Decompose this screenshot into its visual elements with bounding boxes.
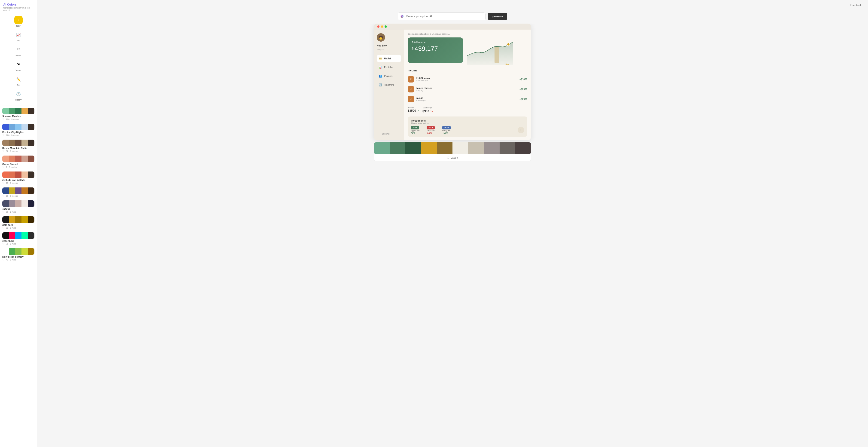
generate-button[interactable]: generate — [488, 13, 507, 20]
investments-subtitle: Change since last login — [411, 122, 524, 124]
views-icon: 👁 — [14, 60, 23, 69]
mockup-nav-wallet[interactable]: 💳 Wallet — [377, 55, 401, 62]
swatch — [2, 172, 9, 178]
heart-icon: ♡ — [2, 134, 4, 137]
mockup-nav-portfolio[interactable]: 📊 Portfolio — [377, 64, 401, 71]
export-icon: ⬚ — [447, 156, 449, 159]
swatch — [15, 187, 22, 194]
mockup-avatar: 🧑 — [377, 33, 385, 41]
mockup-titlebar — [374, 24, 531, 30]
mockup-user-name: Hue Brew — [377, 44, 401, 47]
nav-item-edit[interactable]: ✏️ Edit — [0, 73, 37, 88]
prompt-area: 🔮 generate — [37, 10, 868, 24]
swatch — [22, 155, 28, 162]
swatch — [28, 200, 34, 207]
apple-change: +3% — [411, 132, 415, 134]
palette-name: kelly green primary — [2, 256, 34, 258]
chart-svg: ~ ~ Now — [467, 37, 513, 65]
prompt-input[interactable] — [398, 12, 486, 20]
palette-swatches-kelly-green-primary — [2, 248, 34, 255]
palette-meta: ♡2203 weeks — [2, 134, 34, 137]
mockup-body: 🧑 Hue Brew Designer 💳 Wallet 📊 Portfolio… — [374, 30, 531, 140]
palette-card-summer-meadow[interactable]: Summer Meadow♡1283 weeks — [2, 108, 34, 120]
palette-card-kelly-green-primary[interactable]: kelly green primary♡432 mos — [2, 248, 34, 261]
tx-name-2: James Hudson — [416, 87, 518, 89]
traffic-light-yellow — [381, 25, 383, 28]
palette-card-4a4e69[interactable]: 4a4e69♡862 mos — [2, 200, 34, 213]
palette-card-ee6c4d[interactable]: #ee6c4d and #e0fbfc♡293 weeks — [2, 172, 34, 184]
palette-meta: ♡293 weeks — [2, 195, 34, 197]
nav-item-new[interactable]: ⚡ New — [0, 14, 37, 29]
nav-item-saved[interactable]: ♡ Saved — [0, 44, 37, 58]
mockup-user-role: Designer — [377, 49, 401, 51]
tx-icon-1: K — [408, 76, 414, 83]
heart-icon: ♡ — [2, 195, 4, 197]
palette-card-cyberpunk[interactable]: cyberpunk♡782 mos — [2, 232, 34, 245]
prompt-icon: 🔮 — [400, 14, 404, 18]
palette-meta: ♡293 weeks — [2, 182, 34, 184]
tx-amount-1: +$1000 — [520, 78, 527, 81]
swatch — [9, 248, 15, 255]
mockup-logout[interactable]: → Log Out — [377, 131, 401, 137]
nav-item-views[interactable]: 👁 Views — [0, 58, 37, 73]
palette-card-ocean-sunset[interactable]: Ocean Sunset♡73 weeks — [2, 155, 34, 168]
tx-amount-3: +$6900 — [520, 98, 527, 100]
transfers-icon: 🔄 — [378, 83, 382, 87]
tx-info-3: Jackie 1 week ago — [416, 97, 518, 101]
income-summary-value: $3500 — [408, 109, 416, 112]
palette-age: 3 weeks — [11, 118, 19, 120]
swatch — [28, 108, 34, 114]
sidebar: AI Colors Generate palettes from a text … — [0, 0, 37, 447]
swatch — [15, 140, 22, 146]
top-icon: 📈 — [14, 31, 23, 39]
apple-tag: APPL — [411, 126, 419, 129]
nav-label-saved: Saved — [16, 54, 22, 57]
heart-icon: ♡ — [2, 227, 4, 229]
balance-card: Total balance $ 439,177 — [408, 37, 463, 63]
palette-swatches-ocean-sunset — [2, 155, 34, 162]
mockup-nav-projects[interactable]: 👥 Projects — [377, 72, 401, 80]
app-title: AI Colors — [3, 3, 33, 6]
wallet-label: Wallet — [384, 57, 391, 60]
swatch — [22, 172, 28, 178]
palette-age: 3 weeks — [11, 134, 19, 137]
export-bar[interactable]: ⬚ Export — [374, 154, 531, 161]
palette-card-rustic-mountain-cabin[interactable]: Rustic Mountain Cabin♡323 weeks — [2, 140, 34, 152]
nav-item-history[interactable]: 🕐 History — [0, 88, 37, 103]
tesla-name: Tesla Inc — [427, 129, 435, 132]
investments-header: Investments Change since last login — [411, 119, 524, 124]
income-summary-label: Income — [408, 107, 419, 109]
nav-label-edit: Edit — [17, 84, 20, 86]
palette-likes: 128 — [6, 118, 9, 120]
ebay-name: eBay Inc — [442, 129, 451, 132]
investments-view-button[interactable]: › — [518, 127, 524, 133]
logout-label: Log Out — [382, 133, 390, 135]
heart-icon: ♡ — [2, 150, 4, 152]
app-mockup: 🧑 Hue Brew Designer 💳 Wallet 📊 Portfolio… — [374, 24, 531, 140]
nav-label-new: New — [16, 25, 20, 27]
divider — [2, 105, 34, 106]
swatch — [9, 187, 15, 194]
nav-label-views: Views — [16, 69, 21, 71]
swatch — [2, 248, 9, 255]
income-trend-icon: ↗ — [417, 109, 419, 112]
tx-name-3: Jackie — [416, 97, 518, 99]
spendings-trend-icon: ↘ — [430, 109, 433, 113]
tx-time-2: 4 day ago — [416, 89, 518, 92]
palette-card-unnamed-dark[interactable]: ♡293 weeks — [2, 187, 34, 197]
strip-swatch — [453, 142, 468, 154]
saved-icon: ♡ — [14, 46, 23, 54]
mockup-nav-transfers[interactable]: 🔄 Transfers — [377, 81, 401, 88]
swatch — [28, 248, 34, 255]
palette-card-electric-city-nights[interactable]: Electric City Nights♡2203 weeks — [2, 124, 34, 137]
heart-icon: ♡ — [2, 259, 4, 261]
transfers-label: Transfers — [384, 84, 394, 86]
swatch — [15, 108, 22, 114]
tesla-change: -1.9% — [427, 132, 432, 134]
strip-swatch — [437, 142, 453, 154]
palette-meta: ♡432 mos — [2, 259, 34, 261]
palette-strip-swatches — [374, 142, 531, 154]
palette-card-gold-dark[interactable]: gold dark♡822 mos — [2, 216, 34, 229]
feedback-button[interactable]: Feedback — [848, 3, 863, 7]
nav-item-top[interactable]: 📈 Top — [0, 29, 37, 44]
